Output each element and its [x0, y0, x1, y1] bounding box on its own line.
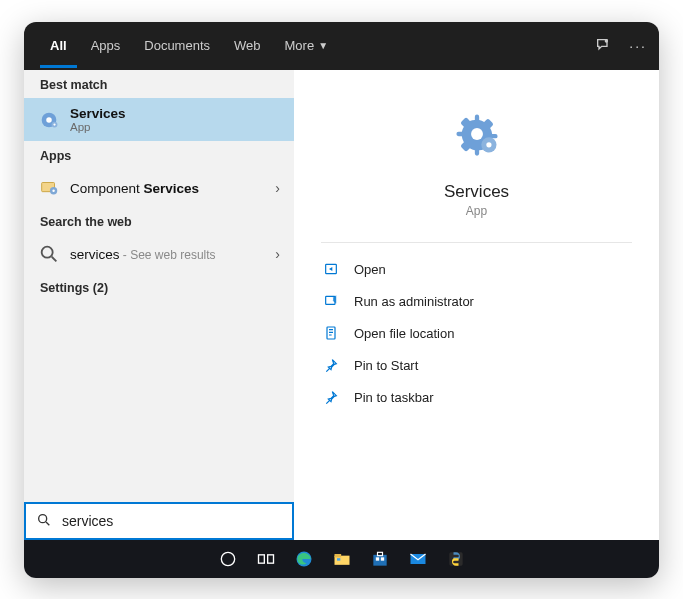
section-apps: Apps — [24, 141, 294, 169]
store-icon[interactable] — [367, 546, 393, 572]
tab-more[interactable]: More ▼ — [275, 24, 339, 68]
header-bar: All Apps Documents Web More ▼ ··· — [24, 22, 659, 70]
section-settings[interactable]: Settings (2) — [24, 273, 294, 301]
svg-point-7 — [52, 190, 54, 192]
folder-icon — [322, 324, 340, 342]
pin-icon — [322, 356, 340, 374]
action-label: Run as administrator — [354, 294, 474, 309]
svg-point-10 — [39, 514, 47, 522]
mail-icon[interactable] — [405, 546, 431, 572]
tab-apps[interactable]: Apps — [81, 24, 131, 68]
svg-point-2 — [46, 117, 52, 123]
search-input[interactable] — [62, 513, 282, 529]
python-icon[interactable] — [443, 546, 469, 572]
search-icon — [36, 512, 52, 531]
chevron-down-icon: ▼ — [318, 40, 328, 51]
cortana-icon[interactable] — [215, 546, 241, 572]
result-component-services[interactable]: Component Services › — [24, 169, 294, 207]
result-title: Component Services — [70, 181, 265, 196]
pin-icon — [322, 388, 340, 406]
action-pin-start[interactable]: Pin to Start — [316, 349, 637, 381]
more-options-icon[interactable]: ··· — [629, 38, 647, 54]
feedback-icon[interactable] — [595, 37, 611, 56]
svg-rect-19 — [258, 555, 264, 563]
preview-title: Services — [444, 182, 509, 202]
svg-rect-20 — [267, 555, 273, 563]
search-window: All Apps Documents Web More ▼ ··· Best m… — [24, 22, 659, 578]
section-best-match: Best match — [24, 70, 294, 98]
open-icon — [322, 260, 340, 278]
action-run-admin[interactable]: Run as administrator — [316, 285, 637, 317]
action-open[interactable]: Open — [316, 253, 637, 285]
result-subtitle: App — [70, 121, 280, 133]
svg-rect-23 — [334, 554, 341, 557]
result-title: Services — [70, 106, 280, 121]
svg-rect-28 — [380, 557, 383, 560]
svg-rect-26 — [377, 552, 382, 555]
search-box[interactable] — [24, 502, 294, 540]
section-search-web: Search the web — [24, 207, 294, 235]
result-title: services - See web results — [70, 247, 265, 262]
svg-point-0 — [606, 40, 608, 42]
action-label: Open — [354, 262, 386, 277]
svg-point-18 — [221, 552, 234, 565]
result-web-search[interactable]: services - See web results › — [24, 235, 294, 273]
svg-line-9 — [52, 257, 57, 262]
svg-rect-27 — [375, 557, 378, 560]
divider — [321, 242, 631, 243]
chevron-right-icon: › — [275, 180, 280, 196]
tab-all[interactable]: All — [40, 24, 77, 68]
edge-icon[interactable] — [291, 546, 317, 572]
gear-icon — [451, 108, 503, 160]
result-best-match[interactable]: Services App — [24, 98, 294, 141]
actions-list: Open Run as administrator Open file loca… — [294, 253, 659, 413]
chevron-right-icon: › — [275, 246, 280, 262]
search-icon — [38, 243, 60, 265]
action-pin-taskbar[interactable]: Pin to taskbar — [316, 381, 637, 413]
component-icon — [38, 177, 60, 199]
svg-point-4 — [53, 123, 55, 125]
gear-icon — [38, 109, 60, 131]
tab-documents[interactable]: Documents — [134, 24, 220, 68]
tab-more-label: More — [285, 38, 315, 53]
preview-panel: Services App Open Run as administrator O… — [294, 70, 659, 540]
tab-web[interactable]: Web — [224, 24, 271, 68]
file-explorer-icon[interactable] — [329, 546, 355, 572]
shield-icon — [322, 292, 340, 310]
svg-rect-17 — [327, 327, 335, 339]
svg-point-8 — [42, 247, 53, 258]
preview-subtitle: App — [466, 204, 487, 218]
task-view-icon[interactable] — [253, 546, 279, 572]
action-label: Pin to taskbar — [354, 390, 434, 405]
svg-line-11 — [46, 522, 49, 525]
action-open-location[interactable]: Open file location — [316, 317, 637, 349]
header-tabs: All Apps Documents Web More ▼ — [40, 24, 595, 68]
results-panel: Best match Services App Apps Component S… — [24, 70, 294, 540]
svg-rect-25 — [373, 555, 386, 566]
action-label: Pin to Start — [354, 358, 418, 373]
taskbar — [24, 540, 659, 578]
svg-rect-24 — [337, 558, 340, 561]
svg-point-12 — [471, 128, 483, 140]
action-label: Open file location — [354, 326, 454, 341]
svg-point-14 — [486, 142, 491, 147]
